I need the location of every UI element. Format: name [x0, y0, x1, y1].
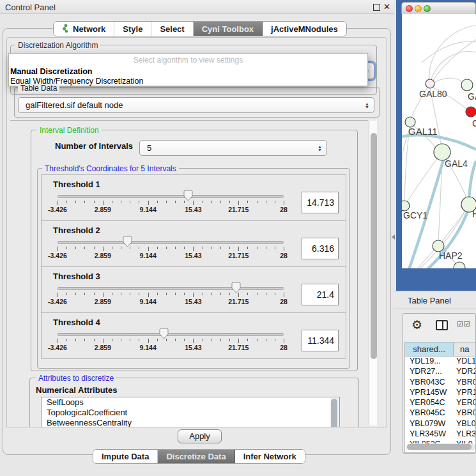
threshold-value-field[interactable]: 11.344	[302, 330, 339, 351]
network-icon	[62, 24, 69, 35]
number-of-intervals-combobox[interactable]: 5 ▲▼	[139, 140, 327, 156]
threshold-slider-thumb[interactable]	[123, 236, 132, 247]
minor-tick	[112, 201, 112, 203]
minor-tick	[266, 339, 266, 341]
network-window-titlebar[interactable]	[401, 2, 476, 14]
thresholds-legend: Threshold's Coordinates for 5 Intervals	[42, 164, 179, 173]
minor-tick	[157, 247, 158, 249]
threshold-slider-thumb[interactable]	[231, 282, 241, 293]
table-row[interactable]: YBR045CYBR0	[405, 408, 475, 418]
cell-name[interactable]: YBL0	[454, 419, 475, 429]
network-edge[interactable]	[433, 40, 476, 81]
cell-name[interactable]: YDL1	[454, 357, 475, 367]
cell-shared-name[interactable]: YBL079W	[405, 419, 454, 429]
table-data-combobox[interactable]: galFiltered.sif default node ▲▼	[18, 97, 374, 113]
threshold-value-field[interactable]: 6.316	[302, 238, 339, 259]
minor-tick	[112, 293, 112, 295]
minor-tick	[229, 293, 230, 295]
close-panel-icon[interactable]: ✕	[383, 2, 390, 12]
table-row[interactable]: YBL079WYBL0	[405, 419, 475, 429]
table-row[interactable]: YLR345WYLR3	[405, 429, 475, 440]
network-edge[interactable]	[429, 26, 476, 84]
cell-shared-name[interactable]: YDR27...	[405, 367, 454, 377]
network-edge-thick[interactable]	[469, 161, 476, 197]
network-node[interactable]	[426, 79, 434, 88]
tab-impute-data[interactable]: Impute Data	[93, 450, 158, 463]
number-of-intervals-label: Number of Intervals	[55, 141, 133, 151]
threshold-slider-thumb[interactable]	[183, 190, 193, 201]
cell-shared-name[interactable]: YDL19...	[405, 357, 454, 367]
threshold-slider-track[interactable]	[58, 241, 284, 244]
numerical-attributes-list[interactable]: SelfLoopsTopologicalCoefficientBetweenne…	[41, 397, 340, 427]
threshold-label: Threshold 3	[53, 272, 100, 281]
cell-name[interactable]: YER0	[454, 398, 475, 408]
threshold-value-field[interactable]: 14.713	[302, 192, 339, 213]
cell-name[interactable]: YPR1	[454, 388, 475, 398]
select-columns-icons[interactable]: ☑☑	[457, 320, 471, 328]
threshold-slider-track[interactable]	[58, 333, 284, 336]
attribute-list-item[interactable]: TopologicalCoefficient	[42, 408, 339, 418]
tick-label: 28	[280, 252, 288, 259]
table-row[interactable]: YDL19...YDL1	[405, 357, 475, 367]
minor-tick	[175, 201, 176, 203]
mac-zoom-icon[interactable]	[424, 5, 431, 12]
cell-shared-name[interactable]: YBR045C	[405, 408, 454, 418]
mac-close-icon[interactable]	[406, 5, 413, 12]
minor-tick	[130, 201, 130, 203]
attribute-list-item[interactable]: SelfLoops	[42, 397, 339, 408]
gear-icon[interactable]: ⚙	[411, 318, 422, 332]
cell-shared-name[interactable]: YER054C	[405, 398, 454, 408]
split-pane-collapse-arrow[interactable]	[392, 234, 395, 240]
network-node[interactable]	[466, 107, 476, 117]
major-tick	[193, 339, 194, 343]
dropdown-hint: Select algorithm to view settings	[9, 56, 367, 65]
cell-name[interactable]: YLR3	[454, 429, 475, 440]
cell-name[interactable]: YBR0	[454, 378, 475, 388]
major-tick	[238, 201, 239, 205]
dropdown-item-manual-discretization[interactable]: Manual Discretization	[10, 67, 93, 76]
settings-scrollbar[interactable]	[369, 121, 378, 426]
combo-arrows-icon: ▲▼	[318, 145, 322, 151]
major-tick	[193, 247, 194, 251]
column-layout-icon[interactable]	[436, 320, 448, 330]
network-node[interactable]	[461, 79, 473, 91]
table-row[interactable]: YER054CYER0	[405, 398, 475, 408]
network-node[interactable]	[402, 201, 410, 211]
table-horizontal-scrollbar[interactable]	[406, 443, 475, 450]
tab-jactivemnodules[interactable]: jActiveMNodules	[263, 22, 346, 36]
table-row[interactable]: YDR27...YDR2	[405, 367, 475, 377]
settings-scrollbar-thumb[interactable]	[371, 133, 377, 359]
column-header-shared-name[interactable]: shared...	[405, 342, 454, 356]
table-row[interactable]: YPR145WYPR1	[405, 388, 475, 398]
threshold-slider-track[interactable]	[58, 287, 284, 290]
tab-cyni-toolbox[interactable]: Cyni Toolbox	[194, 22, 263, 36]
table-row[interactable]: YBR043CYBR0	[405, 378, 475, 388]
network-edge[interactable]	[434, 78, 462, 82]
minor-tick	[157, 293, 158, 295]
cell-shared-name[interactable]: YPR145W	[405, 388, 454, 398]
mac-minimize-icon[interactable]	[415, 5, 422, 12]
node-attribute-table[interactable]: shared... na YDL19...YDL1YDR27...YDR2YBR…	[404, 342, 475, 453]
tab-style[interactable]: Style	[114, 22, 151, 36]
attribute-list-item[interactable]: BetweennessCentrality	[42, 418, 339, 427]
top-tab-bar: NetworkStyleSelectCyni ToolboxjActiveMNo…	[53, 21, 347, 36]
network-edge[interactable]	[430, 52, 476, 84]
tab-network[interactable]: Network	[54, 22, 114, 36]
attributes-list-scrollbar[interactable]	[330, 398, 339, 427]
cell-shared-name[interactable]: YBR043C	[405, 378, 454, 388]
tab-select[interactable]: Select	[151, 22, 193, 36]
tab-discretize-data[interactable]: Discretize Data	[158, 450, 234, 463]
cell-name[interactable]: YDR2	[454, 367, 475, 377]
cell-name[interactable]: YBR0	[454, 408, 475, 418]
column-header-name[interactable]: na	[454, 342, 475, 356]
apply-button[interactable]: Apply	[178, 429, 222, 443]
tab-infer-network[interactable]: Infer Network	[235, 450, 305, 463]
threshold-slider-thumb[interactable]	[159, 328, 169, 339]
network-canvas[interactable]: GAL80GACGAL11GAL4GCY1HHAP2	[402, 14, 476, 268]
cell-shared-name[interactable]: YLR345W	[405, 429, 454, 440]
threshold-slider-track[interactable]	[58, 195, 284, 198]
minor-tick	[139, 247, 139, 249]
network-edge[interactable]	[404, 127, 410, 201]
threshold-value-field[interactable]: 21.4	[302, 284, 339, 305]
float-panel-icon[interactable]	[373, 4, 380, 11]
